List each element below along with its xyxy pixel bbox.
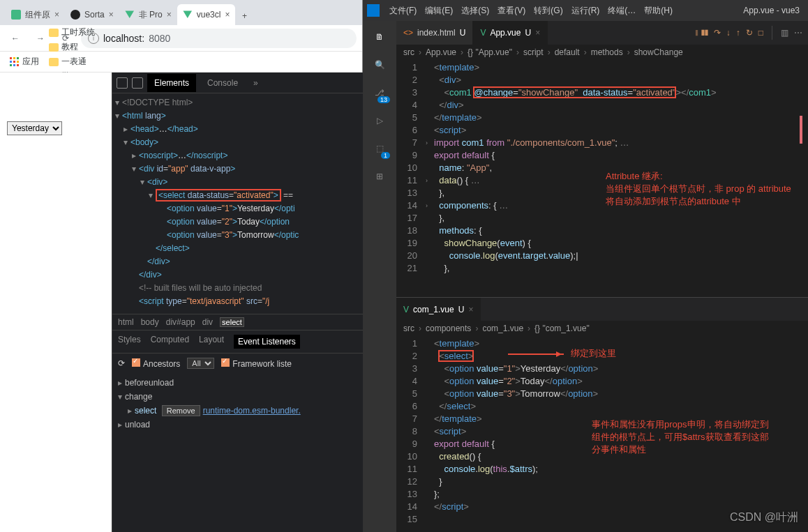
bookmark-item[interactable]: 一表通	[46, 54, 98, 69]
dom-node[interactable]: </div>	[115, 268, 363, 282]
menu-item[interactable]: 查看(V)	[493, 3, 530, 18]
panel-tab[interactable]: Computed	[151, 335, 189, 349]
menu-item[interactable]: 运行(R)	[567, 3, 604, 18]
code-line[interactable]: 3 <com1 @change="showChange" data-status…	[396, 86, 808, 99]
panel-tab[interactable]: Event Listeners	[234, 335, 300, 349]
dom-node[interactable]: <!-- built files will be auto injected	[115, 282, 363, 295]
event-unload[interactable]: ▸unload	[118, 418, 357, 432]
crumb[interactable]: div#app	[166, 317, 195, 327]
chrome-tab[interactable]: Sorta×	[65, 4, 119, 25]
breadcrumb-trail[interactable]: htmlbodydiv#appdivselect	[112, 314, 363, 330]
editor-tab[interactable]: VApp.vue U×	[473, 21, 548, 45]
breadcrumb-top[interactable]: src›App.vue›{} "App.vue"›script›default›…	[396, 45, 808, 60]
breadcrumb-item[interactable]: src	[403, 47, 414, 57]
crumb[interactable]: body	[141, 317, 159, 327]
scm-icon[interactable]: ⎇13	[371, 84, 389, 102]
new-tab-button[interactable]: +	[235, 7, 253, 25]
code-line[interactable]: 19 showChange(event) {	[396, 237, 808, 250]
code-line[interactable]: 11 console.log(this.$attrs);	[396, 463, 808, 476]
dom-node[interactable]: ▾<div>	[115, 176, 363, 189]
dom-node[interactable]: ▾<!DOCTYPE html>	[115, 96, 363, 109]
apps-shortcut[interactable]: 应用	[7, 54, 42, 69]
menu-item[interactable]: 转到(G)	[530, 3, 567, 18]
framework-checkbox[interactable]: Framework liste	[221, 358, 292, 369]
code-line[interactable]: 17 },	[396, 212, 808, 225]
dom-node[interactable]: <script type="text/javascript" src="/j	[115, 295, 363, 308]
dom-node[interactable]: ▾<select data-status="activated"> ==	[115, 189, 363, 202]
dom-node[interactable]: ▸<head>…</head>	[115, 123, 363, 136]
code-line[interactable]: 6 </select>	[396, 400, 808, 413]
listener-source-link[interactable]: runtime-dom.esm-bundler.	[203, 406, 301, 416]
explorer-icon[interactable]: 🗎	[371, 28, 389, 46]
device-icon[interactable]	[132, 77, 143, 89]
filter-select[interactable]: All	[187, 358, 214, 369]
debug-pause-icon[interactable]: ⦀ ❚❚	[695, 28, 708, 38]
close-icon[interactable]: ×	[535, 28, 540, 38]
crumb[interactable]: div	[202, 317, 213, 327]
dom-node[interactable]: <option value="3">Tomorrow</optic	[115, 229, 363, 242]
debug-stop-icon[interactable]: □	[758, 28, 763, 38]
breadcrumb-item[interactable]: showChange	[634, 47, 683, 57]
breadcrumb-item[interactable]: src	[403, 324, 414, 333]
split-editor-icon[interactable]: ▥	[781, 28, 788, 38]
code-line[interactable]: 6<script>	[396, 124, 808, 137]
debug-restart-icon[interactable]: ↻	[746, 28, 753, 38]
code-line[interactable]: 3 <option value="1">Yesterday</option>	[396, 363, 808, 375]
page-select[interactable]: Yesterday	[7, 121, 62, 135]
code-line[interactable]: 18 methods: {	[396, 225, 808, 237]
code-line[interactable]: 4 </div>	[396, 99, 808, 112]
dom-node[interactable]: <option value="2">Today</option	[115, 215, 363, 229]
debug-icon[interactable]: ▷	[371, 112, 389, 130]
editor-tab[interactable]: <>index.html U	[396, 21, 473, 45]
back-button[interactable]: ←	[6, 29, 25, 48]
code-line[interactable]: 9export default {	[396, 149, 808, 162]
close-icon[interactable]: ×	[54, 10, 59, 20]
editor-more-icon[interactable]: ⋯	[794, 28, 802, 38]
close-icon[interactable]: ×	[109, 10, 114, 20]
breadcrumb-item[interactable]: script	[523, 47, 544, 57]
breadcrumb-item[interactable]: methods	[591, 47, 623, 57]
tab-console[interactable]: Console	[200, 74, 245, 92]
breadcrumb-bottom[interactable]: src›components›com_1.vue›{} "com_1.vue"	[396, 321, 808, 336]
code-line[interactable]: 5</template>	[396, 112, 808, 124]
breadcrumb-item[interactable]: default	[555, 47, 580, 57]
menu-item[interactable]: 编辑(E)	[421, 3, 457, 18]
menu-item[interactable]: 终端(…	[604, 3, 640, 18]
code-line[interactable]: 5 <option value="3">Tomorrow</option>	[396, 388, 808, 400]
panel-tab[interactable]: Styles	[118, 335, 141, 349]
close-icon[interactable]: ×	[468, 305, 473, 314]
breadcrumb-item[interactable]: com_1.vue	[482, 324, 523, 333]
address-bar[interactable]: i localhost:8080	[81, 29, 357, 48]
dom-node[interactable]: ▾<div id="app" data-v-app>	[115, 162, 363, 176]
breadcrumb-item[interactable]: {} "App.vue"	[467, 47, 512, 57]
code-line[interactable]: 4 <option value="2">Today</option>	[396, 375, 808, 388]
dom-node[interactable]: </div>	[115, 255, 363, 268]
dom-node[interactable]: ▸<noscript>…</noscript>	[115, 149, 363, 162]
event-change[interactable]: ▾change	[118, 390, 357, 404]
menu-item[interactable]: 选择(S)	[457, 3, 493, 18]
ancestors-checkbox[interactable]: Ancestors	[132, 358, 180, 369]
code-line[interactable]: 12 }	[396, 476, 808, 488]
extra-icon[interactable]: ⊞	[371, 167, 389, 185]
debug-into-icon[interactable]: ↓	[726, 28, 731, 38]
menu-item[interactable]: 帮助(H)	[640, 3, 677, 18]
breadcrumb-item[interactable]: App.vue	[426, 47, 456, 57]
panel-tab[interactable]: Layout	[199, 335, 224, 349]
tab-elements[interactable]: Elements	[147, 74, 196, 92]
remove-listener-button[interactable]: Remove	[162, 405, 200, 416]
refresh-icon[interactable]: ⟳	[118, 358, 125, 368]
breadcrumb-item[interactable]: {} "com_1.vue"	[534, 324, 590, 333]
dom-node[interactable]: </select>	[115, 242, 363, 255]
debug-out-icon[interactable]: ↑	[736, 28, 740, 38]
debug-step-icon[interactable]: ↷	[714, 28, 721, 38]
event-beforeunload[interactable]: ▸beforeunload	[118, 376, 357, 390]
code-line[interactable]: 2 <div>	[396, 74, 808, 86]
chrome-tab[interactable]: 非 Pro×	[119, 4, 177, 25]
bookmark-item[interactable]: 教程	[46, 40, 98, 54]
extensions-icon[interactable]: ⬚1	[371, 139, 389, 158]
chrome-tab[interactable]: vue3cl×	[177, 4, 236, 25]
bookmark-item[interactable]: 工时系统	[46, 25, 98, 40]
tabs-more-icon[interactable]: »	[249, 78, 262, 88]
editor-tab-com1[interactable]: V com_1.vue U ×	[396, 298, 481, 321]
breadcrumb-item[interactable]: components	[426, 324, 471, 333]
